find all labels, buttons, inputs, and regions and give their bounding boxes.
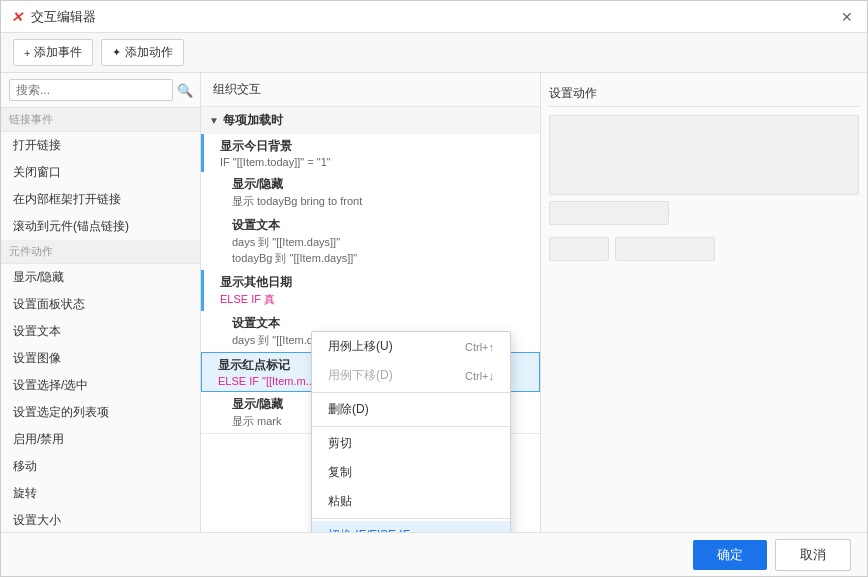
action-desc: IF "[[Item.today]]" = "1" xyxy=(220,156,528,168)
context-menu-separator xyxy=(312,518,510,519)
right-panel: 设置动作 xyxy=(541,73,867,532)
add-action-button[interactable]: ✦ 添加动作 xyxy=(101,39,184,66)
toolbar: + 添加事件 ✦ 添加动作 xyxy=(1,33,867,73)
list-item[interactable]: 设置选择/选中 xyxy=(1,372,200,399)
context-menu-item-move-up[interactable]: 用例上移(U) Ctrl+↑ xyxy=(312,332,510,361)
context-menu-item-move-down[interactable]: 用例下移(D) Ctrl+↓ xyxy=(312,361,510,390)
action-title: 设置文本 xyxy=(232,315,528,332)
action-title: 显示今日背景 xyxy=(220,138,528,155)
left-panel: 🔍 链接事件 打开链接 关闭窗口 在内部框架打开链接 滚动到元件(锚点链接) 元… xyxy=(1,73,201,532)
add-event-icon: + xyxy=(24,47,30,59)
action-title: 显示其他日期 xyxy=(220,274,528,291)
action-item[interactable]: 显示今日背景 IF "[[Item.today]]" = "1" xyxy=(201,134,540,172)
context-menu-item-delete[interactable]: 删除(D) xyxy=(312,395,510,424)
context-menu-label: 用例上移(U) xyxy=(328,338,393,355)
right-placeholder-4 xyxy=(615,237,715,261)
action-item[interactable]: 设置文本 days 到 "[[Item.days]]" todayBg 到 "[… xyxy=(201,213,540,270)
section-component-actions: 元件动作 xyxy=(1,240,200,264)
search-input[interactable] xyxy=(9,79,173,101)
add-action-icon: ✦ xyxy=(112,46,121,59)
context-menu-separator xyxy=(312,426,510,427)
context-menu-item-cut[interactable]: 剪切 xyxy=(312,429,510,458)
right-placeholder-3 xyxy=(549,237,609,261)
list-item[interactable]: 设置选定的列表项 xyxy=(1,399,200,426)
context-menu-item-toggle-if[interactable]: 切换 IF/ElSE IF xyxy=(312,521,510,532)
search-icon: 🔍 xyxy=(177,83,193,98)
list-item[interactable]: 滚动到元件(锚点链接) xyxy=(1,213,200,240)
list-item[interactable]: 设置大小 xyxy=(1,507,200,532)
action-title: 显示/隐藏 xyxy=(232,176,528,193)
context-menu-label: 剪切 xyxy=(328,435,352,452)
right-placeholder-1 xyxy=(549,115,859,195)
add-event-button[interactable]: + 添加事件 xyxy=(13,39,93,66)
app-icon: ✕ xyxy=(9,9,25,25)
context-menu-label: 删除(D) xyxy=(328,401,369,418)
context-menu-label: 粘贴 xyxy=(328,493,352,510)
group-arrow-icon: ▼ xyxy=(209,115,219,126)
window-title: 交互编辑器 xyxy=(31,8,96,26)
title-bar: ✕ 交互编辑器 ✕ xyxy=(1,1,867,33)
section-link-events: 链接事件 xyxy=(1,108,200,132)
shortcut-label: Ctrl+↑ xyxy=(465,341,494,353)
list-item[interactable]: 在内部框架打开链接 xyxy=(1,186,200,213)
context-menu-item-copy[interactable]: 复制 xyxy=(312,458,510,487)
action-desc: todayBg 到 "[[Item.days]]" xyxy=(232,251,528,266)
action-item[interactable]: 显示/隐藏 显示 todayBg bring to front xyxy=(201,172,540,213)
context-menu: 用例上移(U) Ctrl+↑ 用例下移(D) Ctrl+↓ 删除(D) 剪切 复… xyxy=(311,331,511,532)
list-item[interactable]: 设置文本 xyxy=(1,318,200,345)
title-left: ✕ 交互编辑器 xyxy=(9,8,96,26)
middle-header: 组织交互 xyxy=(201,73,540,107)
action-item[interactable]: 显示其他日期 ELSE IF 真 xyxy=(201,270,540,311)
shortcut-label: Ctrl+↓ xyxy=(465,370,494,382)
context-menu-label: 用例下移(D) xyxy=(328,367,393,384)
action-desc: 显示 todayBg bring to front xyxy=(232,194,528,209)
right-panel-header: 设置动作 xyxy=(549,81,859,107)
confirm-button[interactable]: 确定 xyxy=(693,540,767,570)
search-box: 🔍 xyxy=(1,73,200,108)
list-item[interactable]: 设置图像 xyxy=(1,345,200,372)
main-window: ✕ 交互编辑器 ✕ + 添加事件 ✦ 添加动作 🔍 链接事件 打开链接 关闭窗口 xyxy=(0,0,868,577)
list-item[interactable]: 打开链接 xyxy=(1,132,200,159)
list-item[interactable]: 旋转 xyxy=(1,480,200,507)
main-content: 🔍 链接事件 打开链接 关闭窗口 在内部框架打开链接 滚动到元件(锚点链接) 元… xyxy=(1,73,867,532)
context-menu-label: 复制 xyxy=(328,464,352,481)
right-placeholder-row2 xyxy=(549,237,859,267)
list-item[interactable]: 关闭窗口 xyxy=(1,159,200,186)
group-header[interactable]: ▼ 每项加载时 xyxy=(201,107,540,134)
middle-panel: 组织交互 ▼ 每项加载时 显示今日背景 IF "[[Item.today]]" … xyxy=(201,73,541,532)
action-title: 设置文本 xyxy=(232,217,528,234)
context-menu-item-paste[interactable]: 粘贴 xyxy=(312,487,510,516)
close-button[interactable]: ✕ xyxy=(835,5,859,29)
right-placeholder-row xyxy=(549,201,859,231)
context-menu-separator xyxy=(312,392,510,393)
add-action-label: 添加动作 xyxy=(125,44,173,61)
list-item[interactable]: 显示/隐藏 xyxy=(1,264,200,291)
action-desc: ELSE IF 真 xyxy=(220,292,528,307)
bottom-bar: 确定 取消 xyxy=(1,532,867,576)
middle-header-text: 组织交互 xyxy=(213,82,261,96)
add-event-label: 添加事件 xyxy=(34,44,82,61)
context-menu-label: 切换 IF/ElSE IF xyxy=(328,527,410,532)
action-desc: days 到 "[[Item.days]]" xyxy=(232,235,528,250)
list-item[interactable]: 启用/禁用 xyxy=(1,426,200,453)
cancel-button[interactable]: 取消 xyxy=(775,539,851,571)
right-placeholder-2 xyxy=(549,201,669,225)
left-list: 链接事件 打开链接 关闭窗口 在内部框架打开链接 滚动到元件(锚点链接) 元件动… xyxy=(1,108,200,532)
group-title: 每项加载时 xyxy=(223,112,283,129)
list-item[interactable]: 移动 xyxy=(1,453,200,480)
list-item[interactable]: 设置面板状态 xyxy=(1,291,200,318)
